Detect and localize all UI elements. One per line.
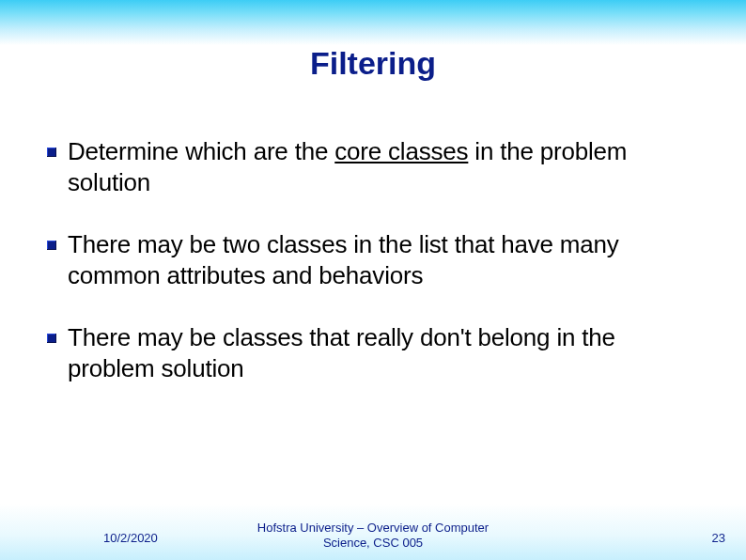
slide-title: Filtering — [0, 45, 746, 82]
bullet-text-prefix: There may be classes that really don't b… — [68, 323, 615, 382]
bullet-text-underlined: core classes — [334, 137, 468, 165]
slide-footer: 10/2/2020 Hofstra University – Overview … — [0, 513, 746, 551]
bullet-text: There may be two classes in the list tha… — [68, 229, 699, 290]
header-gradient-bar — [0, 0, 746, 45]
bullet-marker-icon — [47, 334, 56, 343]
bullet-text: Determine which are the core classes in … — [68, 136, 699, 197]
footer-page-number: 23 — [712, 531, 725, 545]
bullet-marker-icon — [47, 148, 56, 157]
bullet-text: There may be classes that really don't b… — [68, 322, 699, 383]
bullet-item: Determine which are the core classes in … — [47, 136, 699, 197]
bullet-item: There may be two classes in the list tha… — [47, 229, 699, 290]
bullet-text-prefix: There may be two classes in the list tha… — [68, 230, 619, 289]
footer-date: 10/2/2020 — [103, 531, 158, 545]
bullet-text-prefix: Determine which are the — [68, 137, 334, 165]
footer-center-text: Hofstra University – Overview of Compute… — [241, 521, 505, 552]
slide-body: Determine which are the core classes in … — [47, 136, 699, 415]
bullet-item: There may be classes that really don't b… — [47, 322, 699, 383]
bullet-marker-icon — [47, 241, 56, 250]
